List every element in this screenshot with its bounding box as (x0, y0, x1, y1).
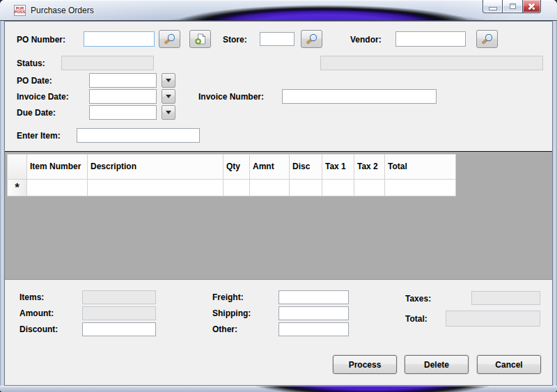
grid-column-disc[interactable]: Disc (290, 155, 322, 180)
client-area: PO Number: Store: Ve (4, 21, 553, 386)
titlebar[interactable]: PUR POSS Purchase Orders (0, 0, 557, 21)
items-grid: Item Number Description Qty Amnt Disc Ta… (7, 154, 456, 196)
grid-cell-qty[interactable] (223, 180, 250, 196)
cancel-button[interactable]: Cancel (477, 355, 541, 374)
invoice-number-input[interactable] (282, 89, 437, 104)
window-title: Purchase Orders (31, 6, 94, 15)
vendor-label: Vendor: (350, 35, 382, 45)
shipping-label: Shipping: (212, 308, 251, 318)
minimize-button[interactable] (483, 0, 503, 13)
amount-label: Amount: (19, 308, 54, 318)
caption-buttons (483, 0, 541, 13)
window-border-bottom (0, 386, 557, 392)
close-icon (527, 2, 536, 11)
items-label: Items: (19, 292, 44, 302)
due-date-label: Due Date: (17, 108, 56, 118)
po-date-input[interactable] (89, 73, 157, 88)
due-date-dropdown-button[interactable] (162, 105, 175, 120)
grid-column-total[interactable]: Total (385, 155, 456, 180)
po-date-label: PO Date: (17, 76, 52, 86)
due-date-input[interactable] (89, 105, 157, 120)
grid-cell-description[interactable] (88, 180, 223, 196)
status-field (61, 56, 154, 70)
grid-cell-total[interactable] (385, 180, 456, 196)
app-icon-text-bottom: POSS (15, 10, 25, 14)
maximize-button[interactable] (503, 0, 523, 13)
minimize-icon (489, 8, 496, 10)
new-document-icon (195, 33, 206, 45)
taxes-field (471, 291, 540, 305)
enter-item-label: Enter Item: (17, 131, 61, 141)
invoice-date-label: Invoice Date: (17, 92, 69, 102)
invoice-date-dropdown-button[interactable] (162, 89, 175, 104)
dropdown-arrow-icon (166, 111, 171, 114)
total-field (446, 311, 540, 327)
vendor-search-button[interactable] (476, 30, 498, 48)
new-row-indicator: * (8, 180, 27, 196)
dropdown-arrow-icon (166, 79, 171, 82)
po-number-label: PO Number: (17, 35, 65, 45)
grid-column-item-number[interactable]: Item Number (27, 155, 88, 180)
grid-cell-amnt[interactable] (250, 180, 290, 196)
grid-header-row: Item Number Description Qty Amnt Disc Ta… (8, 155, 456, 180)
grid-column-tax2[interactable]: Tax 2 (354, 155, 385, 180)
search-icon (481, 33, 494, 45)
grid-cell-item-number[interactable] (27, 180, 88, 196)
new-po-button[interactable] (189, 30, 211, 48)
taxes-label: Taxes: (405, 294, 431, 304)
app-icon: PUR POSS (14, 5, 26, 16)
delete-button[interactable]: Delete (405, 355, 469, 374)
window-border-right (553, 21, 557, 386)
store-input[interactable] (260, 32, 295, 46)
other-label: Other: (212, 324, 237, 334)
po-number-search-button[interactable] (159, 30, 180, 48)
store-search-button[interactable] (301, 30, 322, 48)
vendor-input[interactable] (395, 31, 466, 47)
dropdown-arrow-icon (166, 95, 171, 98)
grid-column-tax1[interactable]: Tax 1 (322, 155, 354, 180)
close-button[interactable] (523, 0, 541, 13)
discount-input[interactable] (82, 322, 156, 336)
grid-cell-tax2[interactable] (354, 180, 385, 196)
enter-item-input[interactable] (77, 128, 200, 143)
freight-input[interactable] (278, 290, 349, 304)
invoice-number-label: Invoice Number: (198, 92, 264, 102)
grid-panel: Item Number Description Qty Amnt Disc Ta… (5, 151, 552, 280)
process-button[interactable]: Process (333, 355, 397, 374)
grid-new-row: * (8, 180, 456, 196)
other-input[interactable] (278, 322, 349, 336)
total-label: Total: (405, 314, 427, 324)
grid-column-amnt[interactable]: Amnt (250, 155, 290, 180)
search-icon (164, 33, 176, 45)
invoice-date-input[interactable] (89, 89, 157, 104)
status-label: Status: (17, 58, 45, 68)
grid-cell-tax1[interactable] (322, 180, 354, 196)
items-field (82, 290, 156, 304)
purchase-orders-window: PUR POSS Purchase Orders PO Number: (0, 0, 557, 392)
amount-field (82, 306, 156, 320)
grid-column-description[interactable]: Description (88, 155, 223, 180)
shipping-input[interactable] (278, 306, 349, 320)
grid-cell-disc[interactable] (290, 180, 322, 196)
maximize-icon (510, 3, 516, 9)
po-number-input[interactable] (84, 31, 155, 47)
po-date-dropdown-button[interactable] (162, 73, 175, 88)
grid-selector-header (8, 155, 27, 180)
status-detail-field (320, 56, 543, 70)
discount-label: Discount: (19, 324, 58, 334)
grid-column-qty[interactable]: Qty (223, 155, 250, 180)
freight-label: Freight: (212, 292, 244, 302)
store-label: Store: (223, 35, 247, 45)
search-icon (306, 33, 318, 45)
